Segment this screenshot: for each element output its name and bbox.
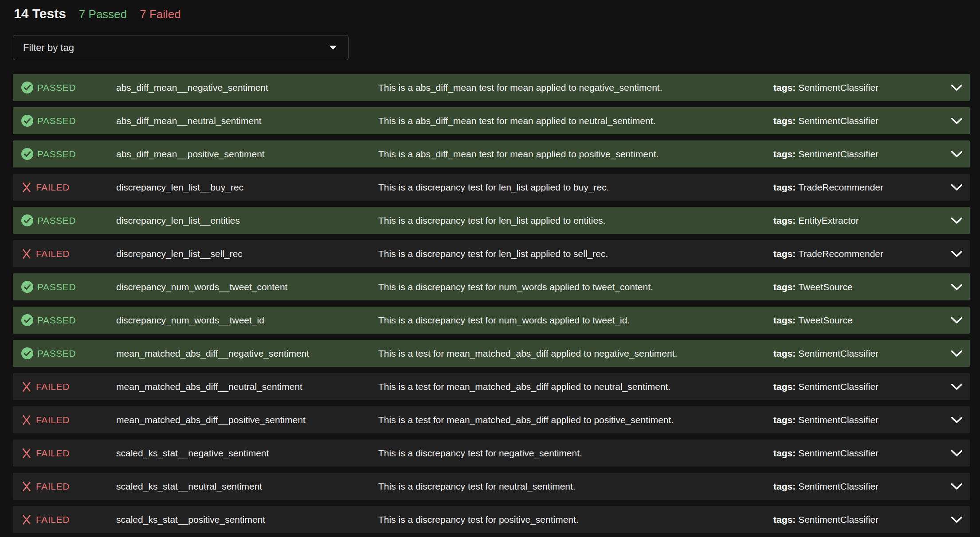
test-row[interactable]: PASSED abs_diff_mean__neutral_sentiment …	[13, 107, 970, 134]
tags-label: tags:	[773, 82, 796, 93]
status-label: PASSED	[37, 348, 76, 359]
test-row[interactable]: FAILED scaled_ks_stat__negative_sentimen…	[13, 440, 970, 467]
test-tags: tags:SentimentClassifier	[773, 448, 942, 459]
test-row[interactable]: FAILED mean_matched_abs_diff__positive_s…	[13, 406, 970, 433]
test-row[interactable]: FAILED mean_matched_abs_diff__neutral_se…	[13, 373, 970, 400]
test-tags: tags:SentimentClassifier	[773, 149, 942, 160]
test-row[interactable]: FAILED discrepancy_len_list__sell_rec Th…	[13, 240, 970, 267]
test-tags: tags:SentimentClassifier	[773, 514, 942, 525]
x-icon	[21, 182, 32, 193]
status-label: PASSED	[37, 82, 76, 93]
status-label: PASSED	[37, 315, 76, 326]
tags-label: tags:	[773, 415, 796, 425]
status-label: FAILED	[36, 182, 70, 193]
expand-row-button[interactable]	[942, 284, 970, 291]
test-status: PASSED	[21, 115, 116, 127]
tag-value: TweetSource	[798, 315, 853, 325]
test-tags: tags:TweetSource	[773, 282, 942, 292]
test-status: FAILED	[21, 381, 116, 393]
test-description: This is a test for mean_matched_abs_diff…	[378, 348, 773, 359]
x-icon	[21, 481, 32, 492]
test-row[interactable]: PASSED discrepancy_len_list__entities Th…	[13, 207, 970, 234]
test-status: PASSED	[21, 281, 116, 293]
tag-value: TradeRecommender	[798, 182, 883, 192]
expand-row-button[interactable]	[942, 250, 970, 257]
tags-label: tags:	[773, 381, 796, 392]
expand-row-button[interactable]	[942, 84, 970, 91]
test-description: This is a discrepancy test for num_words…	[378, 282, 773, 292]
test-list: PASSED abs_diff_mean__negative_sentiment…	[13, 74, 970, 533]
status-label: FAILED	[36, 415, 70, 425]
expand-row-button[interactable]	[942, 117, 970, 125]
test-tags: tags:SentimentClassifier	[773, 481, 942, 492]
test-row[interactable]: FAILED scaled_ks_stat__neutral_sentiment…	[13, 473, 970, 500]
x-icon	[21, 248, 32, 260]
test-status: FAILED	[21, 448, 116, 459]
tags-label: tags:	[773, 481, 796, 491]
test-row[interactable]: FAILED discrepancy_len_list__buy_rec Thi…	[13, 174, 970, 201]
tag-value: TradeRecommender	[798, 249, 883, 259]
test-row[interactable]: PASSED discrepancy_num_words__tweet_id T…	[13, 307, 970, 334]
chevron-down-icon	[951, 483, 963, 490]
test-tags: tags:EntityExtractor	[773, 215, 942, 226]
tag-value: SentimentClassifier	[798, 116, 878, 126]
expand-row-button[interactable]	[942, 516, 970, 523]
expand-row-button[interactable]	[942, 350, 970, 357]
status-label: FAILED	[36, 481, 70, 492]
tags-label: tags:	[773, 182, 796, 192]
status-label: FAILED	[36, 514, 70, 525]
test-name: scaled_ks_stat__neutral_sentiment	[116, 481, 378, 492]
test-row[interactable]: PASSED mean_matched_abs_diff__negative_s…	[13, 340, 970, 367]
test-status: FAILED	[21, 414, 116, 426]
tag-filter-placeholder: Filter by tag	[23, 42, 74, 54]
tag-value: TweetSource	[798, 282, 853, 292]
test-row[interactable]: PASSED abs_diff_mean__positive_sentiment…	[13, 140, 970, 167]
test-description: This is a discrepancy test for positive_…	[378, 514, 773, 525]
test-name: discrepancy_num_words__tweet_content	[116, 282, 378, 292]
test-tags: tags:TradeRecommender	[773, 249, 942, 259]
test-name: discrepancy_len_list__entities	[116, 215, 378, 226]
test-status: FAILED	[21, 481, 116, 492]
chevron-down-icon	[951, 317, 963, 324]
chevron-down-icon	[951, 284, 963, 291]
tags-label: tags:	[773, 149, 796, 159]
tag-value: SentimentClassifier	[798, 82, 878, 93]
check-circle-icon	[21, 115, 33, 127]
status-label: PASSED	[37, 149, 76, 160]
test-row[interactable]: FAILED scaled_ks_stat__positive_sentimen…	[13, 506, 970, 533]
chevron-down-icon	[951, 250, 963, 257]
test-row[interactable]: PASSED discrepancy_num_words__tweet_cont…	[13, 273, 970, 300]
tags-label: tags:	[773, 282, 796, 292]
test-status: PASSED	[21, 314, 116, 326]
tag-value: SentimentClassifier	[798, 381, 878, 392]
status-label: FAILED	[36, 448, 70, 459]
expand-row-button[interactable]	[942, 217, 970, 224]
test-tags: tags:SentimentClassifier	[773, 82, 942, 93]
chevron-down-icon	[951, 350, 963, 357]
passed-count: 7 Passed	[79, 8, 127, 21]
x-icon	[21, 514, 32, 525]
check-circle-icon	[21, 347, 33, 359]
tag-value: SentimentClassifier	[798, 448, 878, 458]
expand-row-button[interactable]	[942, 184, 970, 191]
test-status: FAILED	[21, 248, 116, 260]
expand-row-button[interactable]	[942, 383, 970, 390]
chevron-down-icon	[951, 184, 963, 191]
expand-row-button[interactable]	[942, 450, 970, 457]
tag-value: SentimentClassifier	[798, 481, 878, 491]
expand-row-button[interactable]	[942, 416, 970, 424]
tag-value: SentimentClassifier	[798, 514, 878, 525]
chevron-down-icon	[951, 450, 963, 457]
tag-filter-select[interactable]: Filter by tag	[13, 35, 349, 60]
expand-row-button[interactable]	[942, 483, 970, 490]
test-description: This is a abs_diff_mean test for mean ap…	[378, 149, 773, 160]
test-row[interactable]: PASSED abs_diff_mean__negative_sentiment…	[13, 74, 970, 101]
page-title: 14 Tests	[14, 6, 66, 22]
expand-row-button[interactable]	[942, 151, 970, 158]
x-icon	[21, 448, 32, 459]
test-description: This is a test for mean_matched_abs_diff…	[378, 381, 773, 392]
test-name: abs_diff_mean__negative_sentiment	[116, 82, 378, 93]
expand-row-button[interactable]	[942, 317, 970, 324]
test-name: discrepancy_len_list__buy_rec	[116, 182, 378, 193]
test-name: scaled_ks_stat__negative_sentiment	[116, 448, 378, 459]
